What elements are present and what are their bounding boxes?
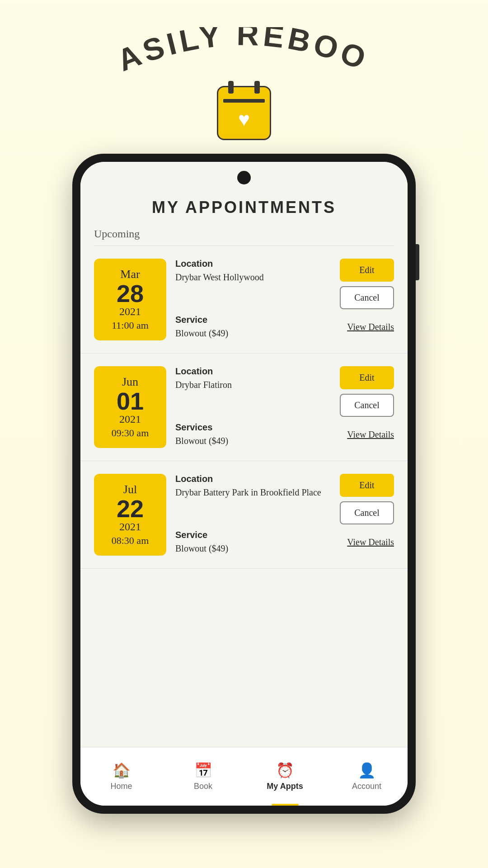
nav-label-home: Home <box>110 782 132 791</box>
cancel-button-2[interactable]: Cancel <box>340 394 394 417</box>
date-month-3: Jul <box>123 483 137 496</box>
heart-icon: ♥ <box>238 108 250 131</box>
cancel-button-3[interactable]: Cancel <box>340 501 394 524</box>
appt-info-1: Location Drybar West Hollywood Edit Canc… <box>175 259 394 340</box>
service-label-3: Service <box>175 530 347 540</box>
date-year-2: 2021 <box>119 413 141 425</box>
appt-row-top-2: Location Drybar Flatiron Edit Cancel <box>175 366 394 417</box>
edit-button-3[interactable]: Edit <box>340 474 394 497</box>
nav-item-my-appts[interactable]: ⏰ My Appts <box>244 747 326 806</box>
phone-screen: MY APPOINTMENTS Upcoming Mar 28 2021 11:… <box>80 162 408 806</box>
date-month-2: Jun <box>122 375 138 389</box>
location-block-3: Location Drybar Battery Park in Brookfie… <box>175 474 340 499</box>
edit-button-1[interactable]: Edit <box>340 259 394 282</box>
btn-group-2: Edit Cancel <box>340 366 394 417</box>
appt-info-3: Location Drybar Battery Park in Brookfie… <box>175 474 394 556</box>
page-title: MY APPOINTMENTS <box>80 193 408 217</box>
calendar-lines <box>223 99 264 103</box>
btn-group-1: Edit Cancel <box>340 259 394 309</box>
home-icon: 🏠 <box>113 762 131 779</box>
location-block-1: Location Drybar West Hollywood <box>175 259 340 283</box>
location-label-1: Location <box>175 259 340 269</box>
service-value-2: Blowout ($49) <box>175 434 347 447</box>
account-icon: 👤 <box>358 762 376 779</box>
appointment-card-1: Mar 28 2021 11:00 am Location Drybar Wes… <box>80 246 408 354</box>
date-time-3: 08:30 am <box>112 535 149 547</box>
bottom-nav: 🏠 Home 📅 Book ⏰ My Appts 👤 Account <box>80 747 408 806</box>
nav-label-account: Account <box>352 782 381 791</box>
phone-frame: MY APPOINTMENTS Upcoming Mar 28 2021 11:… <box>72 154 416 814</box>
date-box-1: Mar 28 2021 11:00 am <box>94 259 166 340</box>
date-time-1: 11:00 am <box>112 320 149 331</box>
nav-item-account[interactable]: 👤 Account <box>326 747 408 806</box>
appointment-card-3: Jul 22 2021 08:30 am Location Drybar Bat… <box>80 461 408 569</box>
nav-item-book[interactable]: 📅 Book <box>162 747 244 806</box>
appt-row-bottom-3: Service Blowout ($49) View Details <box>175 530 394 555</box>
banner-title: EASILY REBOOK <box>108 27 374 78</box>
location-value-2: Drybar Flatiron <box>175 378 340 391</box>
edit-button-2[interactable]: Edit <box>340 366 394 389</box>
side-button <box>416 244 419 280</box>
section-label-upcoming: Upcoming <box>80 228 408 245</box>
date-month-1: Mar <box>120 268 140 281</box>
cancel-button-1[interactable]: Cancel <box>340 286 394 309</box>
service-value-3: Blowout ($49) <box>175 542 347 555</box>
date-box-2: Jun 01 2021 09:30 am <box>94 366 166 448</box>
service-block-3: Service Blowout ($49) <box>175 530 347 555</box>
location-value-1: Drybar West Hollywood <box>175 271 340 283</box>
view-details-3[interactable]: View Details <box>347 537 394 547</box>
nav-label-book: Book <box>194 782 212 791</box>
date-day-2: 01 <box>117 389 144 413</box>
location-label-2: Location <box>175 366 340 377</box>
btn-group-3: Edit Cancel <box>340 474 394 524</box>
service-label-2: Services <box>175 422 347 433</box>
screen-content: MY APPOINTMENTS Upcoming Mar 28 2021 11:… <box>80 162 408 747</box>
nav-item-home[interactable]: 🏠 Home <box>80 747 162 806</box>
service-block-2: Services Blowout ($49) <box>175 422 347 447</box>
appt-row-top-1: Location Drybar West Hollywood Edit Canc… <box>175 259 394 309</box>
camera-dot <box>237 171 251 184</box>
date-year-1: 2021 <box>119 306 141 318</box>
calendar-heart-icon: ♥ <box>217 86 271 140</box>
service-block-1: Service Blowout ($49) <box>175 315 347 340</box>
location-label-3: Location <box>175 474 340 484</box>
location-block-2: Location Drybar Flatiron <box>175 366 340 391</box>
svg-text:EASILY REBOOK: EASILY REBOOK <box>108 27 374 78</box>
book-icon: 📅 <box>194 762 212 779</box>
service-value-1: Blowout ($49) <box>175 327 347 340</box>
top-banner: EASILY REBOOK ♥ <box>0 0 488 154</box>
nav-label-my-appts: My Appts <box>267 782 303 791</box>
date-day-3: 22 <box>117 496 144 521</box>
banner-arc-text: EASILY REBOOK <box>108 27 380 81</box>
date-box-3: Jul 22 2021 08:30 am <box>94 474 166 556</box>
view-details-1[interactable]: View Details <box>347 322 394 332</box>
appt-row-bottom-1: Service Blowout ($49) View Details <box>175 315 394 340</box>
appointment-card-2: Jun 01 2021 09:30 am Location Drybar Fla… <box>80 354 408 461</box>
service-label-1: Service <box>175 315 347 325</box>
date-day-1: 28 <box>117 281 144 306</box>
appt-row-bottom-2: Services Blowout ($49) View Details <box>175 422 394 447</box>
my-appts-icon: ⏰ <box>276 762 294 779</box>
date-time-2: 09:30 am <box>112 427 149 439</box>
appt-info-2: Location Drybar Flatiron Edit Cancel Ser… <box>175 366 394 448</box>
location-value-3: Drybar Battery Park in Brookfield Place <box>175 486 340 499</box>
appt-row-top-3: Location Drybar Battery Park in Brookfie… <box>175 474 394 524</box>
date-year-3: 2021 <box>119 521 141 533</box>
view-details-2[interactable]: View Details <box>347 429 394 440</box>
